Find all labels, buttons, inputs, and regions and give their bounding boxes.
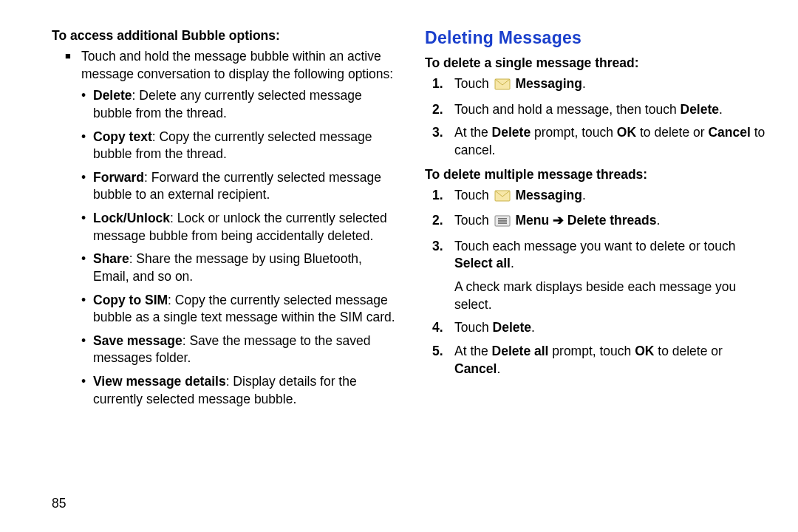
num-5: 5. [432, 343, 454, 378]
num-2: 2. [432, 101, 454, 119]
bullet-marker: • [81, 332, 93, 367]
square-marker: ■ [52, 48, 81, 83]
sec2-step5: 5. At the Delete all prompt, touch OK to… [425, 343, 768, 378]
delete-multiple-subhead: To delete multiple message threads: [425, 167, 768, 183]
sec1-step2: 2. Touch and hold a message, then touch … [425, 101, 768, 119]
step-text: Touch each message you want to delete or… [454, 238, 768, 273]
sec2-step4: 4. Touch Delete. [425, 319, 768, 337]
bullet-marker: • [81, 292, 93, 327]
bullet-lock-unlock: • Lock/Unlock: Lock or unlock the curren… [52, 210, 395, 245]
sec2-step1: 1. Touch Messaging. [425, 187, 768, 207]
step-text: Touch Messaging. [454, 187, 768, 207]
bullet-text: Lock/Unlock: Lock or unlock the currentl… [93, 210, 395, 245]
bullet-share: • Share: Share the message by using Blue… [52, 250, 395, 285]
sec2-step2: 2. Touch Menu ➔ Delete threads. [425, 212, 768, 232]
bullet-marker: • [81, 129, 93, 163]
num-3: 3. [432, 238, 454, 273]
bullet-forward: • Forward: Forward the currently selecte… [52, 169, 395, 204]
step-text: Touch Menu ➔ Delete threads. [454, 212, 768, 232]
num-1: 1. [432, 187, 454, 207]
bullet-marker: • [81, 210, 93, 245]
bullet-marker: • [81, 373, 93, 408]
bullet-text: Copy text: Copy the currently selected m… [93, 129, 395, 163]
step-text: At the Delete prompt, touch OK to delete… [454, 124, 768, 159]
sec2-step3: 3. Touch each message you want to delete… [425, 238, 768, 273]
right-column: Deleting Messages To delete a single mes… [425, 28, 768, 532]
sec1-step3: 3. At the Delete prompt, touch OK to del… [425, 124, 768, 159]
manual-page: To access additional Bubble options: ■ T… [0, 0, 798, 532]
num-1: 1. [432, 75, 454, 95]
bullet-text: Delete: Delete any currently selected me… [93, 87, 395, 122]
bullet-text: View message details: Display details fo… [93, 373, 395, 408]
bullet-text: Forward: Forward the currently selected … [93, 169, 395, 204]
num-4: 4. [432, 319, 454, 337]
deleting-messages-title: Deleting Messages [425, 28, 768, 48]
delete-single-subhead: To delete a single message thread: [425, 55, 768, 71]
messaging-icon [494, 189, 511, 207]
step-text: At the Delete all prompt, touch OK to de… [454, 343, 768, 378]
bullet-save-message: • Save message: Save the message to the … [52, 332, 395, 367]
menu-icon [494, 214, 511, 232]
bullet-view-details: • View message details: Display details … [52, 373, 395, 408]
step-text: Touch Delete. [454, 319, 768, 337]
bullet-marker: • [81, 169, 93, 204]
sec2-step3-note: A check mark displays beside each messag… [425, 279, 768, 313]
bullet-marker: • [81, 250, 93, 285]
page-number: 85 [52, 496, 66, 511]
intro-text: Touch and hold the message bubble within… [81, 48, 395, 83]
bubble-options-subhead: To access additional Bubble options: [52, 28, 395, 44]
bullet-text: Save message: Save the message to the sa… [93, 332, 395, 367]
intro-row: ■ Touch and hold the message bubble with… [52, 48, 395, 83]
step-text: Touch and hold a message, then touch Del… [454, 101, 768, 119]
bullet-text: Copy to SIM: Copy the currently selected… [93, 292, 395, 327]
left-column: To access additional Bubble options: ■ T… [52, 28, 395, 532]
bullet-delete: • Delete: Delete any currently selected … [52, 87, 395, 122]
step-text: Touch Messaging. [454, 75, 768, 95]
messaging-icon [494, 78, 511, 95]
num-2: 2. [432, 212, 454, 232]
bullet-copy-text: • Copy text: Copy the currently selected… [52, 129, 395, 163]
num-3: 3. [432, 124, 454, 159]
bullet-marker: • [81, 87, 93, 122]
bullet-copy-to-sim: • Copy to SIM: Copy the currently select… [52, 292, 395, 327]
sec1-step1: 1. Touch Messaging. [425, 75, 768, 95]
bullet-text: Share: Share the message by using Blueto… [93, 250, 395, 285]
